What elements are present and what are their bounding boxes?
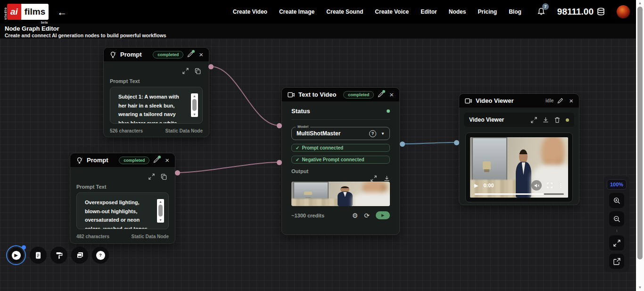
nav-editor[interactable]: Editor xyxy=(421,8,437,15)
prompt-textarea[interactable]: Subject 1: A woman with her hair in a sl… xyxy=(110,87,203,124)
text-to-video-node[interactable]: Text to Video completed × Status Model xyxy=(281,87,400,235)
nav-blog[interactable]: Blog xyxy=(509,8,521,15)
node-canvas[interactable]: Prompt completed × xyxy=(0,39,644,291)
scroll-up-icon[interactable]: ▲ xyxy=(193,94,196,98)
avatar[interactable] xyxy=(617,5,630,18)
zoom-in-icon xyxy=(613,197,620,204)
run-button[interactable]: ▶ xyxy=(376,211,390,219)
scrollbar-thumb[interactable] xyxy=(637,7,643,259)
prompt-node-2-header[interactable]: Prompt completed × xyxy=(70,153,175,167)
nav-pricing[interactable]: Pricing xyxy=(478,8,497,15)
video-surface[interactable]: ▶ 0:00 ⋮ xyxy=(470,137,568,198)
close-icon[interactable]: × xyxy=(165,157,169,164)
nav-create-video[interactable]: Create Video xyxy=(233,8,267,15)
coins-icon xyxy=(597,8,605,16)
edge-t2v-to-viewer[interactable] xyxy=(402,142,456,144)
window-scrollbar[interactable]: ▲ ▼ xyxy=(636,0,644,291)
port-viewer-input[interactable] xyxy=(454,140,459,145)
gallery-button[interactable] xyxy=(71,247,88,264)
play-icon: ▶ xyxy=(381,213,384,217)
question-icon: ? xyxy=(96,251,105,260)
notifications-button[interactable]: 7 xyxy=(537,7,545,17)
copy-icon[interactable] xyxy=(161,174,167,180)
scroll-down-icon[interactable]: ▼ xyxy=(638,284,642,291)
port-t2v-negative-input[interactable] xyxy=(277,160,282,165)
scroll-thumb[interactable] xyxy=(192,99,197,111)
prompt-node-1[interactable]: Prompt completed × xyxy=(103,47,209,137)
nav-create-voice[interactable]: Create Voice xyxy=(375,8,409,15)
negative-prompt-connected-status: ✓ Negative Prompt connected xyxy=(291,156,390,164)
prompt-node-1-header[interactable]: Prompt completed × xyxy=(104,48,209,61)
scroll-down-icon[interactable]: ▼ xyxy=(193,112,196,116)
port-prompt1-output[interactable] xyxy=(208,64,214,69)
close-icon[interactable]: × xyxy=(199,51,203,58)
trash-icon[interactable] xyxy=(554,117,560,123)
t2v-node-header[interactable]: Text to Video completed × xyxy=(282,88,399,101)
textarea-scrollbar[interactable]: ▲ ▼ xyxy=(191,93,198,117)
edit-button[interactable] xyxy=(557,98,563,104)
download-icon[interactable] xyxy=(384,175,390,182)
speaker-icon xyxy=(534,183,539,188)
scroll-down-icon[interactable]: ▼ xyxy=(159,218,162,222)
status-indicator-dot xyxy=(387,109,390,113)
document-button[interactable] xyxy=(30,247,47,264)
textarea-scrollbar[interactable]: ▲ ▼ xyxy=(157,199,164,223)
status-label: idle xyxy=(545,98,553,103)
prompt-node-2[interactable]: Prompt completed × xyxy=(70,153,175,244)
pencil-icon xyxy=(557,98,563,104)
model-help-icon[interactable]: ? xyxy=(369,130,376,137)
expand-icon[interactable] xyxy=(182,68,189,74)
scroll-up-icon[interactable]: ▲ xyxy=(638,0,642,7)
expand-icon[interactable] xyxy=(149,174,155,180)
output-thumbnail[interactable] xyxy=(291,182,390,206)
edit-button[interactable] xyxy=(187,51,193,58)
zoom-out-button[interactable] xyxy=(609,211,624,226)
port-t2v-prompt-input[interactable] xyxy=(277,123,282,128)
quick-actions-toolbar: ▶ ? xyxy=(6,245,109,265)
brand-logo[interactable]: studio ai films beta xyxy=(4,4,49,20)
close-icon[interactable]: × xyxy=(569,97,573,104)
gear-icon[interactable]: ⚙ xyxy=(352,212,358,219)
scroll-up-icon[interactable]: ▲ xyxy=(159,200,162,204)
download-icon[interactable] xyxy=(543,117,549,123)
close-icon[interactable]: × xyxy=(389,91,394,98)
paint-roller-icon xyxy=(55,251,63,259)
video-play-button[interactable]: ▶ xyxy=(474,183,478,189)
expand-output-icon[interactable] xyxy=(371,175,377,182)
prompt-textarea[interactable]: Overexposed lighting, blown-out highligh… xyxy=(76,192,169,229)
video-player[interactable]: ▶ 0:00 ⋮ xyxy=(465,133,573,202)
video-viewer-node[interactable]: Video Viewer idle × Video Viewer xyxy=(459,93,579,205)
viewer-node-header[interactable]: Video Viewer idle × xyxy=(459,94,579,108)
scroll-thumb[interactable] xyxy=(158,205,163,216)
mute-button[interactable] xyxy=(531,180,542,191)
nav-nodes[interactable]: Nodes xyxy=(449,8,466,15)
check-icon: ✓ xyxy=(296,145,299,150)
fit-view-button[interactable] xyxy=(609,235,624,250)
help-button[interactable]: ? xyxy=(92,247,109,264)
edge-prompt2-to-t2v[interactable] xyxy=(177,162,279,173)
paint-button[interactable] xyxy=(50,247,67,264)
copy-icon[interactable] xyxy=(195,68,201,74)
open-external-button[interactable] xyxy=(609,254,624,269)
back-arrow-icon[interactable]: ← xyxy=(57,7,67,17)
fullscreen-icon[interactable] xyxy=(547,183,553,188)
port-t2v-output[interactable] xyxy=(400,141,405,147)
edit-button[interactable] xyxy=(378,91,384,98)
run-workflow-button[interactable]: ▶ xyxy=(6,245,26,265)
video-progress-bar[interactable] xyxy=(474,193,564,195)
zoom-level-badge[interactable]: 100% xyxy=(607,179,627,190)
status-badge: completed xyxy=(153,51,183,58)
status-section-title: Status xyxy=(291,108,310,115)
edit-button[interactable] xyxy=(153,157,159,163)
nav-create-sound[interactable]: Create Sound xyxy=(326,8,363,15)
credits-balance[interactable]: 98111.00 xyxy=(557,7,605,17)
port-prompt2-output[interactable] xyxy=(175,170,180,175)
nav-create-image[interactable]: Create Image xyxy=(279,8,314,15)
refresh-icon[interactable]: ⟳ xyxy=(364,212,370,219)
edge-prompt1-to-t2v[interactable] xyxy=(211,67,279,125)
page-title: Node Graph Editor xyxy=(5,25,639,32)
model-select[interactable]: MultiShotMaster ? ▼ xyxy=(291,127,390,140)
zoom-in-button[interactable] xyxy=(609,193,624,208)
video-menu-icon[interactable]: ⋮ xyxy=(558,182,564,189)
expand-icon[interactable] xyxy=(531,117,537,123)
